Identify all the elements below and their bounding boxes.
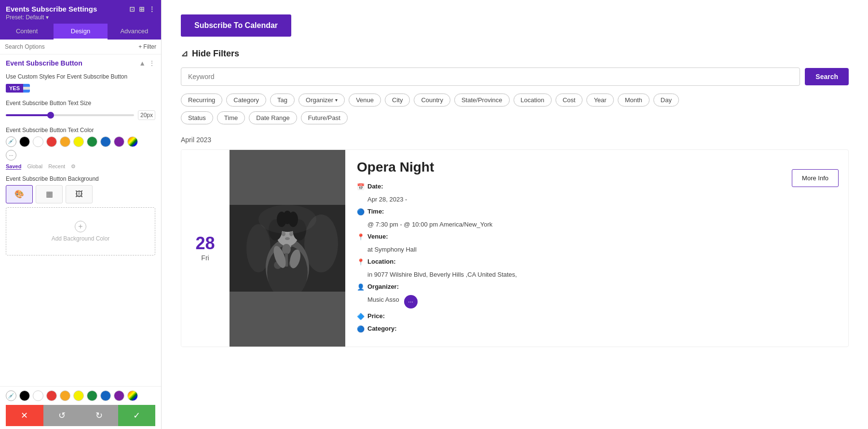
filter-state-province[interactable]: State/Province: [454, 94, 510, 107]
slider-fill: [6, 114, 51, 116]
cancel-button[interactable]: ✕: [6, 405, 43, 426]
slider-track[interactable]: [6, 114, 134, 116]
color-swatches-row: 💉: [6, 136, 155, 147]
filter-button[interactable]: + Filter: [138, 43, 156, 50]
color-tab-saved[interactable]: Saved: [6, 163, 21, 170]
event-details: Opera Night 📅 Date: Apr 28, 2023 - 🔵 Tim…: [345, 150, 792, 347]
confirm-button[interactable]: ✓: [118, 405, 156, 426]
toggle-no[interactable]: [23, 87, 30, 90]
left-panel: Events Subscribe Settings ⊡ ⊞ ⋮ Preset: …: [0, 0, 162, 429]
filter-day[interactable]: Day: [653, 94, 679, 107]
section-icons: ▲ ⋮: [139, 59, 155, 67]
tab-design[interactable]: Design: [54, 24, 107, 40]
toggle-row: YES: [6, 84, 155, 93]
detail-time-value-row: @ 7:30 pm - @ 10:00 pm America/New_York: [357, 220, 780, 229]
bottom-color-yellow[interactable]: [73, 390, 84, 401]
filter-recurring[interactable]: Recurring: [181, 94, 222, 107]
text-size-slider-row: 20px: [6, 110, 155, 120]
panel-tabs: Content Design Advanced: [0, 24, 161, 40]
bottom-color-purple[interactable]: [114, 390, 124, 401]
tab-advanced[interactable]: Advanced: [108, 24, 161, 40]
keyword-input[interactable]: [181, 67, 800, 86]
color-tab-settings[interactable]: ⚙: [71, 163, 76, 170]
color-green[interactable]: [87, 136, 97, 147]
filter-plus-icon: +: [138, 43, 142, 50]
filter-year[interactable]: Year: [586, 94, 613, 107]
color-orange[interactable]: [60, 136, 70, 147]
toggle-yes[interactable]: YES: [6, 84, 23, 93]
filter-time[interactable]: Time: [217, 111, 245, 124]
filter-cost[interactable]: Cost: [556, 94, 583, 107]
filter-month[interactable]: Month: [618, 94, 650, 107]
subscribe-to-calendar-button[interactable]: Subscribe To Calendar: [181, 14, 291, 37]
panel-header: Events Subscribe Settings ⊡ ⊞ ⋮ Preset: …: [0, 0, 161, 24]
filter-location[interactable]: Location: [514, 94, 552, 107]
more-info-button[interactable]: More Info: [792, 169, 839, 187]
eyedropper-icon[interactable]: 💉: [6, 136, 16, 147]
price-tag-icon: 🔷: [357, 312, 365, 322]
filter-organizer[interactable]: Organizer: [298, 94, 345, 107]
panel-preset[interactable]: Preset: Default ▾: [6, 14, 155, 21]
filter-tag[interactable]: Tag: [270, 94, 295, 107]
svg-point-23: [258, 205, 316, 234]
bottom-color-black[interactable]: [19, 390, 30, 401]
color-black[interactable]: [19, 136, 30, 147]
bottom-color-blue[interactable]: [100, 390, 111, 401]
bg-color-type[interactable]: 🎨: [6, 185, 33, 203]
color-red[interactable]: [46, 136, 57, 147]
undo-button[interactable]: ↺: [43, 405, 81, 426]
color-purple[interactable]: [114, 136, 124, 147]
bottom-color-green[interactable]: [87, 390, 97, 401]
panel-content: Event Subscribe Button ▲ ⋮ Use Custom St…: [0, 54, 161, 386]
filter-status[interactable]: Status: [181, 111, 213, 124]
main-area: Subscribe To Calendar ⊿ Hide Filters Sea…: [162, 0, 868, 429]
bottom-color-white[interactable]: [33, 390, 43, 401]
toggle-switch[interactable]: YES: [6, 84, 30, 93]
color-more-btn[interactable]: ···: [6, 150, 16, 161]
organizer-value: Music Asso: [357, 295, 399, 305]
organizer-label: Organizer:: [367, 282, 399, 292]
more-info-col: More Info: [792, 150, 848, 347]
filter-future-past[interactable]: Future/Past: [301, 111, 348, 124]
month-label: April 2023: [181, 136, 849, 144]
detail-venue-value-row: at Symphony Hall: [357, 245, 780, 255]
color-custom[interactable]: [127, 136, 138, 147]
bottom-color-custom[interactable]: [127, 390, 138, 401]
filter-category[interactable]: Category: [226, 94, 266, 107]
collapse-icon[interactable]: ▲: [139, 59, 146, 67]
minimize-icon[interactable]: ⊡: [129, 5, 135, 13]
slider-value[interactable]: 20px: [138, 110, 155, 120]
search-options-input[interactable]: [5, 43, 138, 50]
color-white[interactable]: [33, 136, 43, 147]
color-blue[interactable]: [100, 136, 111, 147]
color-tab-recent[interactable]: Recent: [48, 163, 65, 170]
section-title: Event Subscribe Button: [6, 59, 82, 67]
bg-color-add-box[interactable]: + Add Background Color: [6, 207, 155, 255]
slider-thumb[interactable]: [47, 112, 54, 119]
color-yellow[interactable]: [73, 136, 84, 147]
bottom-color-red[interactable]: [46, 390, 57, 401]
filter-country[interactable]: Country: [414, 94, 450, 107]
filter-date-range[interactable]: Date Range: [249, 111, 297, 124]
venue-label: Venue:: [367, 232, 388, 241]
more-icon[interactable]: ⋮: [149, 5, 155, 13]
tab-content[interactable]: Content: [0, 24, 54, 40]
search-button[interactable]: Search: [805, 68, 849, 85]
grid-icon[interactable]: ⊞: [139, 5, 145, 13]
filter-city[interactable]: City: [385, 94, 410, 107]
event-date-box: 28 Fri: [181, 150, 230, 347]
redo-button[interactable]: ↻: [81, 405, 118, 426]
hide-filters-label: Hide Filters: [192, 49, 239, 59]
color-tab-global[interactable]: Global: [27, 163, 42, 170]
bottom-eyedropper[interactable]: 💉: [6, 390, 16, 401]
color-more-row: ···: [6, 150, 155, 161]
event-day-name: Fri: [201, 254, 209, 262]
bg-image-type[interactable]: 🖼: [66, 185, 93, 203]
bottom-color-orange[interactable]: [60, 390, 70, 401]
filter-venue[interactable]: Venue: [349, 94, 381, 107]
hide-filters-row[interactable]: ⊿ Hide Filters: [181, 48, 849, 59]
funnel-icon: ⊿: [181, 48, 188, 59]
event-day-number: 28: [195, 235, 215, 252]
section-more-icon[interactable]: ⋮: [149, 59, 155, 67]
bg-gradient-type[interactable]: ▦: [36, 185, 63, 203]
